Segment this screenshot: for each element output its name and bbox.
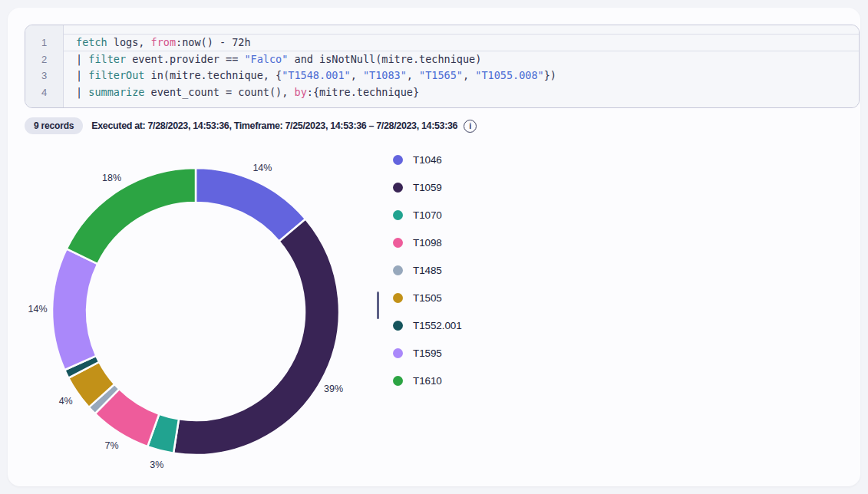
records-count-badge: 9 records — [25, 117, 83, 134]
legend-dot — [393, 155, 403, 165]
legend-label: T1552.001 — [413, 320, 462, 331]
legend-dot — [393, 348, 403, 358]
legend-scrollbar-thumb[interactable] — [377, 291, 379, 319]
code-token-kw: fetch — [76, 36, 107, 48]
legend-dot — [393, 238, 403, 248]
code-token-mod: from — [151, 36, 177, 48]
code-token-kw: filter — [88, 53, 126, 65]
code-token-plain: and isNotNull(mitre.technique) — [288, 53, 481, 65]
line-number: 3 — [25, 68, 63, 84]
legend-label: T1610 — [413, 375, 442, 387]
slice-percent-label: 39% — [324, 384, 343, 394]
code-token-plain: , — [463, 69, 475, 81]
legend-item-T1485[interactable]: T1485 — [393, 256, 462, 284]
code-token-plain: | — [76, 86, 88, 98]
pie-slice-T1046[interactable] — [196, 168, 305, 242]
legend-label: T1595 — [413, 347, 442, 359]
legend-item-T1098[interactable]: T1098 — [393, 229, 462, 256]
pie-slice-T1059[interactable] — [173, 219, 339, 455]
code-token-plain: logs, — [107, 36, 151, 48]
legend-dot — [393, 321, 403, 331]
code-token-str: "Falco" — [244, 53, 288, 65]
legend-item-T1059[interactable]: T1059 — [393, 173, 462, 201]
legend-dot — [393, 183, 403, 193]
code-token-plain: in(mitre.technique, { — [144, 69, 282, 81]
code-token-plain: event_count = count(), — [144, 86, 294, 98]
code-token-plain: | — [76, 69, 88, 81]
line-number: 1 — [25, 35, 63, 51]
legend-item-T1046[interactable]: T1046 — [393, 146, 462, 173]
code-line[interactable]: | summarize event_count = count(), by:{m… — [64, 84, 859, 101]
legend-label: T1505 — [413, 292, 442, 304]
code-line[interactable]: | filterOut in(mitre.technique, {"T1548.… — [64, 68, 859, 84]
editor-code-area[interactable]: fetch logs, from:now() - 72h| filter eve… — [64, 25, 859, 107]
code-token-plain: , — [407, 69, 419, 81]
chart-legend: T1046T1059T1070T1098T1485T1505T1552.001T… — [393, 146, 462, 394]
legend-item-T1505[interactable]: T1505 — [393, 284, 462, 311]
legend-label: T1485 — [413, 265, 442, 276]
slice-percent-label: 14% — [28, 304, 47, 315]
line-number: 4 — [25, 84, 63, 101]
legend-item-T1595[interactable]: T1595 — [393, 339, 462, 367]
editor-gutter: 1234 — [25, 25, 64, 107]
execution-info-text: Executed at: 7/28/2023, 14:53:36, Timefr… — [91, 120, 457, 131]
legend-label: T1098 — [413, 237, 442, 249]
line-number: 2 — [25, 51, 63, 68]
legend-item-T1070[interactable]: T1070 — [393, 201, 462, 229]
info-icon[interactable]: i — [464, 120, 477, 133]
pie-slice-T1610[interactable] — [67, 168, 196, 264]
code-token-plain: :{mitre.technique} — [307, 86, 419, 98]
query-result-card: 1234 fetch logs, from:now() - 72h| filte… — [8, 8, 860, 486]
code-token-kw: filterOut — [88, 69, 144, 81]
gutter-pad — [25, 25, 63, 35]
pie-slice-T1595[interactable] — [52, 249, 97, 370]
code-token-plain: , — [351, 69, 363, 81]
code-line[interactable]: | filter event.provider == "Falco" and i… — [64, 51, 859, 68]
legend-dot — [393, 293, 403, 303]
legend-label: T1059 — [413, 182, 442, 193]
code-token-str: "T1083" — [363, 69, 407, 81]
code-token-str: "T1055.008" — [475, 69, 543, 81]
code-token-plain: | — [76, 53, 88, 65]
slice-percent-label: 18% — [102, 173, 121, 183]
code-token-kw: summarize — [88, 86, 144, 98]
code-token-plain: :now() - 72h — [176, 36, 251, 48]
legend-dot — [393, 265, 403, 275]
code-token-mod: by — [295, 86, 307, 98]
legend-label: T1046 — [413, 154, 442, 166]
legend-item-T1610[interactable]: T1610 — [393, 367, 462, 394]
code-token-plain: event.provider == — [126, 53, 244, 65]
code-token-plain: }) — [544, 69, 556, 81]
donut-chart: 14%39%3%7%4%14%18% — [19, 135, 372, 488]
slice-percent-label: 3% — [150, 459, 163, 470]
legend-item-T1552.001[interactable]: T1552.001 — [393, 311, 462, 339]
status-bar: 9 records Executed at: 7/28/2023, 14:53:… — [25, 117, 477, 134]
slice-percent-label: 14% — [252, 163, 272, 173]
code-token-str: "T1548.001" — [282, 69, 350, 81]
query-editor[interactable]: 1234 fetch logs, from:now() - 72h| filte… — [25, 25, 860, 108]
editor-top-strip — [64, 25, 859, 35]
slice-percent-label: 7% — [105, 440, 119, 451]
legend-dot — [393, 376, 403, 386]
code-line[interactable]: fetch logs, from:now() - 72h — [64, 35, 859, 51]
slice-percent-label: 4% — [59, 396, 73, 407]
code-token-str: "T1565" — [419, 69, 463, 81]
legend-label: T1070 — [413, 209, 442, 221]
legend-dot — [393, 210, 403, 220]
